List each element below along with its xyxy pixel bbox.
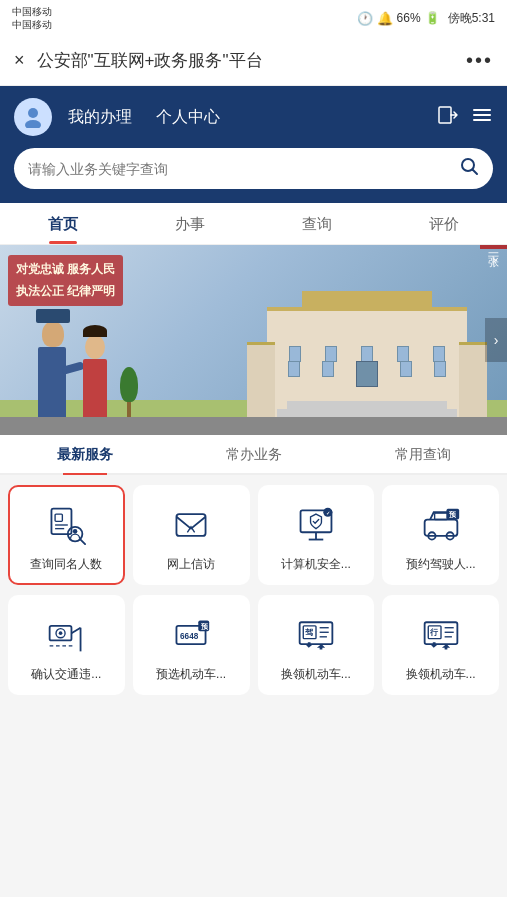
service-tab-common[interactable]: 常办业务 bbox=[169, 435, 338, 473]
clock-icon: 🕐 bbox=[357, 11, 373, 26]
banner-text: 对党忠诚 服务人民 执法公正 纪律严明 bbox=[16, 259, 115, 302]
carrier-info: 中国移动 中国移动 bbox=[12, 5, 52, 31]
banner: 对党忠诚 服务人民 执法公正 纪律严明 › 下一张 bbox=[0, 245, 507, 435]
service-tab-latest[interactable]: 最新服务 bbox=[0, 435, 169, 473]
svg-text:预: 预 bbox=[449, 510, 457, 519]
service-item-same-name[interactable]: 查询同名人数 bbox=[8, 485, 125, 585]
main-tab-bar: 首页 办事 查询 评价 bbox=[0, 203, 507, 245]
traffic-violation-label: 确认交通违... bbox=[31, 666, 101, 683]
tab-query[interactable]: 查询 bbox=[254, 203, 381, 244]
tab-handle[interactable]: 办事 bbox=[127, 203, 254, 244]
tab-home[interactable]: 首页 bbox=[0, 203, 127, 244]
svg-text:行: 行 bbox=[429, 628, 439, 637]
title-bar: × 公安部"互联网+政务服务"平台 ••• bbox=[0, 36, 507, 86]
status-right: 🕐 🔔 66% 🔋 傍晚5:31 bbox=[357, 10, 495, 27]
svg-text:驾: 驾 bbox=[304, 628, 313, 637]
svg-rect-9 bbox=[55, 514, 62, 521]
replace-license-label: 换领机动车... bbox=[281, 666, 351, 683]
menu-icon[interactable] bbox=[471, 104, 493, 131]
svg-rect-24 bbox=[434, 513, 447, 519]
header-nav: 我的办理 个人中心 bbox=[14, 98, 493, 136]
svg-rect-15 bbox=[177, 514, 206, 536]
svg-line-13 bbox=[81, 540, 86, 545]
book-driver-label: 预约驾驶人... bbox=[406, 556, 476, 573]
svg-line-30 bbox=[72, 628, 81, 633]
svg-point-1 bbox=[25, 120, 41, 128]
service-item-preselect-car[interactable]: 6648 预 预选机动车... bbox=[133, 595, 250, 695]
service-item-book-driver[interactable]: 预 预约驾驶人... bbox=[382, 485, 499, 585]
search-input[interactable] bbox=[28, 161, 459, 177]
time-display: 傍晚5:31 bbox=[448, 10, 495, 27]
page-title: 公安部"互联网+政务服务"平台 bbox=[37, 49, 466, 72]
svg-point-29 bbox=[59, 631, 63, 635]
svg-point-0 bbox=[28, 108, 38, 118]
online-appeal-icon bbox=[167, 501, 215, 549]
svg-rect-2 bbox=[439, 107, 451, 123]
banner-label: 下一张 bbox=[480, 245, 507, 249]
same-name-label: 查询同名人数 bbox=[30, 556, 102, 573]
service-item-replace-license2[interactable]: 行 换领机动车... bbox=[382, 595, 499, 695]
battery-info: 66% bbox=[397, 11, 421, 25]
computer-security-icon: ✓ bbox=[292, 501, 340, 549]
svg-text:✓: ✓ bbox=[326, 510, 330, 516]
book-driver-icon: 预 bbox=[417, 501, 465, 549]
close-button[interactable]: × bbox=[14, 50, 25, 71]
svg-point-14 bbox=[73, 529, 78, 534]
preselect-car-label: 预选机动车... bbox=[156, 666, 226, 683]
service-grid-row2: 确认交通违... 6648 预 预选机动车... 驾 bbox=[0, 595, 507, 705]
search-button[interactable] bbox=[459, 156, 479, 181]
header: 我的办理 个人中心 bbox=[0, 86, 507, 203]
computer-security-label: 计算机安全... bbox=[281, 556, 351, 573]
my-services-link[interactable]: 我的办理 bbox=[68, 107, 132, 128]
service-item-online-appeal[interactable]: 网上信访 bbox=[133, 485, 250, 585]
replace-license2-label: 换领机动车... bbox=[406, 666, 476, 683]
notification-icon: 🔔 bbox=[377, 11, 393, 26]
banner-next-arrow[interactable]: › bbox=[485, 318, 507, 362]
svg-text:6648: 6648 bbox=[180, 632, 199, 641]
replace-license-icon: 驾 bbox=[292, 611, 340, 659]
replace-license2-icon: 行 bbox=[417, 611, 465, 659]
battery-icon: 🔋 bbox=[425, 11, 440, 25]
carrier1: 中国移动 bbox=[12, 5, 52, 18]
personal-center-link[interactable]: 个人中心 bbox=[156, 107, 220, 128]
same-name-icon bbox=[42, 501, 90, 549]
service-tab-query[interactable]: 常用查询 bbox=[338, 435, 507, 473]
search-bar bbox=[14, 148, 493, 189]
tab-review[interactable]: 评价 bbox=[380, 203, 507, 244]
svg-text:预: 预 bbox=[201, 622, 209, 631]
service-item-replace-license[interactable]: 驾 换领机动车... bbox=[258, 595, 375, 695]
svg-line-7 bbox=[473, 170, 478, 175]
avatar[interactable] bbox=[14, 98, 52, 136]
status-bar: 中国移动 中国移动 🕐 🔔 66% 🔋 傍晚5:31 bbox=[0, 0, 507, 36]
carrier2: 中国移动 bbox=[12, 18, 52, 31]
service-item-traffic-violation[interactable]: 确认交通违... bbox=[8, 595, 125, 695]
preselect-car-icon: 6648 预 bbox=[167, 611, 215, 659]
service-grid-row1: 查询同名人数 网上信访 bbox=[0, 475, 507, 595]
traffic-violation-icon bbox=[42, 611, 90, 659]
more-button[interactable]: ••• bbox=[466, 49, 493, 72]
service-item-computer-security[interactable]: ✓ 计算机安全... bbox=[258, 485, 375, 585]
service-tabs: 最新服务 常办业务 常用查询 bbox=[0, 435, 507, 475]
logout-icon[interactable] bbox=[437, 104, 459, 131]
online-appeal-label: 网上信访 bbox=[167, 556, 215, 573]
